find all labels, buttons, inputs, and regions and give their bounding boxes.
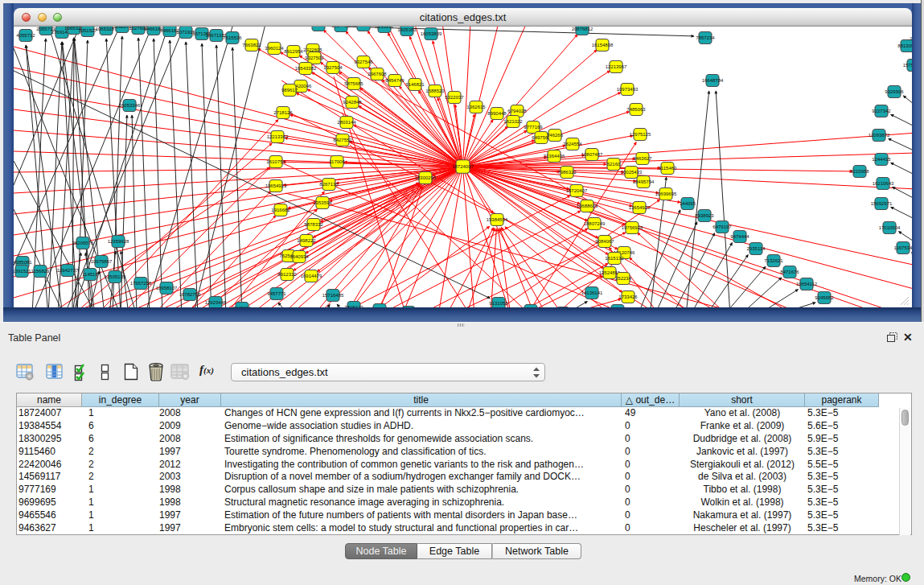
svg-text:17010504: 17010504	[879, 225, 901, 230]
svg-text:9242848: 9242848	[343, 100, 362, 105]
svg-text:7132621: 7132621	[764, 258, 783, 263]
svg-text:12942737: 12942737	[57, 268, 79, 273]
svg-text:8912954: 8912954	[284, 49, 303, 54]
svg-text:1640934: 1640934	[290, 254, 309, 259]
svg-text:1167534: 1167534	[894, 245, 912, 250]
svg-text:1588520: 1588520	[425, 89, 445, 93]
svg-text:7986322: 7986322	[557, 170, 577, 175]
svg-text:9329906: 9329906	[885, 89, 904, 94]
svg-text:9227342: 9227342	[872, 109, 891, 113]
svg-text:9327546: 9327546	[354, 60, 373, 64]
svg-text:13654923: 13654923	[629, 205, 651, 210]
svg-text:1244415: 1244415	[872, 157, 891, 162]
svg-text:16648784: 16648784	[702, 78, 724, 83]
svg-text:26206576: 26206576	[72, 241, 94, 245]
svg-text:21364436: 21364436	[544, 154, 565, 159]
svg-text:1733426: 1733426	[618, 295, 638, 299]
svg-text:5322037: 5322037	[445, 95, 464, 100]
svg-text:10699695: 10699695	[655, 192, 677, 196]
svg-text:9777169: 9777169	[524, 125, 543, 130]
svg-text:17957255: 17957255	[130, 281, 152, 286]
svg-text:9146821: 9146821	[405, 82, 425, 87]
svg-text:1353594: 1353594	[313, 200, 332, 205]
svg-text:18495794: 18495794	[633, 179, 655, 184]
svg-text:2718126: 2718126	[273, 110, 293, 115]
svg-text:12213967: 12213967	[606, 64, 627, 69]
svg-text:5875685: 5875685	[344, 81, 363, 86]
svg-text:12923448: 12923448	[205, 300, 227, 305]
svg-text:1615132: 1615132	[605, 256, 624, 261]
svg-text:12093872: 12093872	[869, 133, 890, 138]
svg-text:7815123: 7815123	[344, 305, 363, 307]
svg-text:15716485: 15716485	[322, 293, 344, 298]
svg-text:10025433: 10025433	[621, 170, 643, 175]
svg-text:18724007: 18724007	[452, 164, 474, 169]
svg-text:8471676: 8471676	[780, 270, 799, 274]
svg-text:6479197: 6479197	[713, 225, 732, 229]
svg-text:20876812: 20876812	[572, 27, 593, 31]
svg-text:9115460: 9115460	[659, 166, 678, 171]
svg-text:5878332: 5878332	[304, 222, 323, 227]
svg-text:15720407: 15720407	[566, 188, 588, 193]
svg-text:3624554: 3624554	[563, 142, 582, 146]
svg-text:9463627: 9463627	[633, 156, 652, 161]
svg-text:10688609: 10688609	[577, 204, 598, 208]
svg-text:2322605: 2322605	[303, 47, 322, 52]
svg-text:19654923: 19654923	[265, 183, 287, 188]
svg-text:16914479: 16914479	[301, 274, 322, 278]
svg-text:12359928: 12359928	[108, 239, 129, 244]
svg-text:10654112: 10654112	[796, 282, 818, 286]
svg-text:8427552: 8427552	[333, 138, 352, 142]
svg-text:16154808: 16154808	[592, 43, 614, 47]
svg-text:1610754: 1610754	[266, 159, 285, 164]
svg-text:16543382: 16543382	[295, 66, 317, 71]
svg-text:252234: 252234	[615, 276, 632, 281]
svg-text:3960124: 3960124	[265, 46, 284, 51]
svg-text:6794028: 6794028	[507, 109, 527, 113]
svg-text:8990448: 8990448	[487, 111, 507, 116]
svg-text:7663822: 7663822	[242, 43, 261, 47]
svg-text:7515536: 7515536	[223, 35, 242, 40]
svg-text:9327502: 9327502	[305, 56, 324, 60]
svg-text:15692971: 15692971	[871, 201, 893, 206]
svg-text:2803144: 2803144	[337, 120, 356, 125]
svg-text:114519: 114519	[82, 272, 98, 277]
svg-text:10975867: 10975867	[91, 259, 113, 264]
svg-text:26053346: 26053346	[119, 103, 141, 108]
svg-text:8912310: 8912310	[277, 272, 297, 277]
svg-text:1621022: 1621022	[503, 119, 523, 124]
svg-text:12213363: 12213363	[267, 134, 289, 139]
svg-text:989617: 989617	[281, 88, 298, 93]
svg-text:15751074: 15751074	[903, 63, 912, 68]
svg-text:19756928: 19756928	[622, 225, 643, 230]
svg-text:9474444: 9474444	[730, 234, 749, 239]
svg-text:9084067: 9084067	[595, 239, 614, 244]
svg-text:18807249: 18807249	[584, 221, 606, 226]
svg-text:7857234: 7857234	[696, 35, 715, 40]
svg-text:8267130: 8267130	[319, 182, 339, 187]
svg-text:62160: 62160	[607, 162, 621, 167]
svg-text:144095: 144095	[680, 201, 696, 206]
svg-text:1156829: 1156829	[31, 269, 51, 274]
svg-text:16210643: 16210643	[873, 181, 894, 186]
svg-text:1498222: 1498222	[297, 238, 316, 243]
svg-text:1391521: 1391521	[14, 269, 31, 274]
svg-text:1927504: 1927504	[323, 65, 343, 70]
svg-text:8135211: 8135211	[376, 27, 395, 29]
svg-text:19384554: 19384554	[487, 217, 508, 222]
svg-text:10958107: 10958107	[156, 286, 178, 290]
svg-text:8215958: 8215958	[850, 169, 869, 174]
svg-text:1605381: 1605381	[397, 27, 417, 32]
svg-text:9245652: 9245652	[815, 295, 834, 300]
svg-text:1362615: 1362615	[466, 105, 486, 109]
svg-text:2967608: 2967608	[368, 72, 387, 76]
svg-text:12505135: 12505135	[105, 274, 126, 279]
svg-text:9245011: 9245011	[233, 306, 253, 307]
svg-text:10973493: 10973493	[617, 87, 639, 92]
svg-text:8813054: 8813054	[897, 43, 912, 48]
svg-text:14136141: 14136141	[581, 290, 603, 295]
svg-text:10807487: 10807487	[581, 152, 603, 157]
svg-text:4055712: 4055712	[16, 33, 35, 38]
svg-text:9131058: 9131058	[489, 301, 508, 306]
svg-text:16782759: 16782759	[179, 292, 201, 297]
